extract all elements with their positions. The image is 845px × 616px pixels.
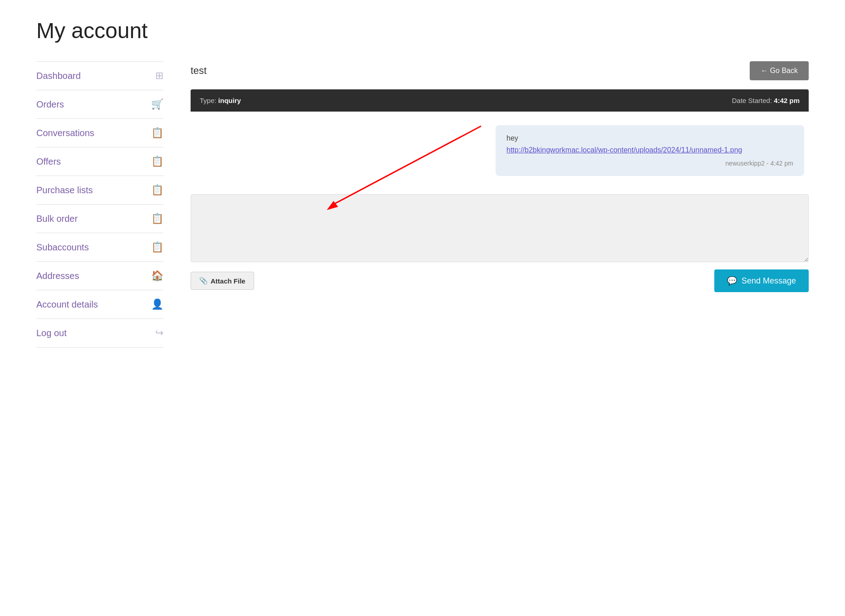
sidebar-item-conversations[interactable]: Conversations 📋	[36, 119, 163, 147]
go-back-button[interactable]: ← Go Back	[750, 61, 809, 80]
sidebar: Dashboard ⊞ Orders 🛒 Conversations 📋 Off…	[36, 61, 163, 347]
message-link[interactable]: http://b2bkingworkmac.local/wp-content/u…	[506, 146, 742, 154]
sidebar-item-label: Bulk order	[36, 214, 78, 224]
sidebar-item-label: Addresses	[36, 271, 79, 281]
sidebar-item-label: Account details	[36, 299, 98, 310]
message-meta: newuserkipp2 - 4:42 pm	[506, 160, 793, 167]
conversation-header: test ← Go Back	[191, 61, 809, 80]
sidebar-item-label: Offers	[36, 156, 61, 167]
sidebar-item-offers[interactable]: Offers 📋	[36, 147, 163, 176]
message-bubble: hey http://b2bkingworkmac.local/wp-conte…	[496, 125, 804, 176]
meta-bar: Type: inquiry Date Started: 4:42 pm	[191, 89, 809, 112]
attach-file-button[interactable]: 📎 Attach File	[191, 272, 254, 290]
conversations-icon: 📋	[151, 127, 163, 139]
sidebar-item-label: Purchase lists	[36, 185, 93, 196]
sidebar-item-label: Conversations	[36, 128, 94, 138]
sidebar-item-label: Orders	[36, 99, 64, 110]
paperclip-icon: 📎	[199, 277, 208, 285]
sidebar-item-logout[interactable]: Log out ↪	[36, 319, 163, 347]
addresses-icon: 🏠	[151, 270, 163, 282]
subaccounts-icon: 📋	[151, 241, 163, 253]
message-text: hey	[506, 134, 793, 142]
sidebar-item-purchase-lists[interactable]: Purchase lists 📋	[36, 176, 163, 205]
type-label: Type: inquiry	[200, 97, 241, 104]
sidebar-item-dashboard[interactable]: Dashboard ⊞	[36, 61, 163, 90]
reply-textarea[interactable]	[191, 194, 809, 262]
sidebar-item-label: Dashboard	[36, 71, 81, 81]
sidebar-item-label: Log out	[36, 328, 67, 338]
account-details-icon: 👤	[151, 298, 163, 310]
sidebar-item-subaccounts[interactable]: Subaccounts 📋	[36, 233, 163, 262]
sidebar-item-orders[interactable]: Orders 🛒	[36, 90, 163, 119]
orders-icon: 🛒	[151, 98, 163, 110]
message-area: hey http://b2bkingworkmac.local/wp-conte…	[191, 112, 809, 185]
bulk-order-icon: 📋	[151, 213, 163, 225]
main-content: test ← Go Back Type: inquiry Date Starte…	[191, 61, 809, 347]
sidebar-item-bulk-order[interactable]: Bulk order 📋	[36, 205, 163, 233]
sidebar-item-addresses[interactable]: Addresses 🏠	[36, 262, 163, 290]
page-title: My account	[36, 18, 809, 43]
sidebar-item-label: Subaccounts	[36, 242, 89, 253]
purchase-lists-icon: 📋	[151, 184, 163, 196]
reply-area: 📎 Attach File 💬 Send Message	[191, 194, 809, 292]
sidebar-item-account-details[interactable]: Account details 👤	[36, 290, 163, 319]
reply-actions: 📎 Attach File 💬 Send Message	[191, 269, 809, 292]
dashboard-icon: ⊞	[155, 70, 163, 82]
offers-icon: 📋	[151, 156, 163, 167]
logout-icon: ↪	[155, 327, 163, 339]
conversation-title: test	[191, 65, 206, 77]
send-icon: 💬	[727, 276, 737, 286]
date-label: Date Started: 4:42 pm	[732, 97, 800, 104]
svg-marker-1	[327, 201, 338, 210]
send-message-button[interactable]: 💬 Send Message	[714, 269, 809, 292]
